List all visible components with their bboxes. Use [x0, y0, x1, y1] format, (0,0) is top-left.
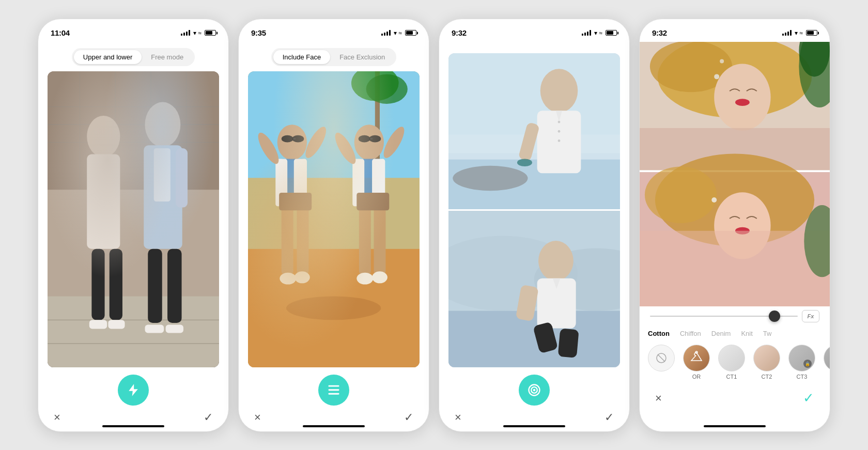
filter-item-ct2[interactable]: CT2	[753, 345, 780, 380]
wifi-icon: ▾ ≈	[795, 29, 803, 37]
battery-icon	[205, 30, 216, 36]
phone3-photo	[448, 53, 619, 367]
svg-rect-39	[294, 159, 307, 206]
svg-point-94	[714, 74, 719, 79]
svg-point-67	[453, 165, 528, 190]
phone4-check-btn[interactable]: ✓	[803, 390, 814, 406]
signal-icon	[782, 30, 792, 36]
face-exclusion-btn[interactable]: Face Exclusion	[330, 50, 394, 64]
svg-rect-27	[248, 71, 419, 178]
svg-rect-15	[110, 249, 122, 320]
svg-rect-62	[329, 389, 339, 391]
phone4-bottom-nav: × ✓	[640, 387, 830, 412]
phone-3: 9:32 ▾ ≈	[439, 19, 630, 432]
filter-item-ct3[interactable]: 🔒 CT3	[788, 345, 815, 380]
svg-point-32	[286, 296, 381, 320]
svg-point-34	[282, 135, 293, 142]
svg-rect-0	[48, 71, 219, 367]
svg-rect-63	[329, 393, 339, 394]
include-face-btn[interactable]: Include Face	[273, 50, 330, 64]
filter-tab-cotton[interactable]: Cotton	[648, 330, 670, 337]
svg-point-41	[302, 124, 330, 161]
battery-icon	[405, 30, 416, 36]
svg-rect-51	[358, 159, 384, 194]
filter-circle-or	[683, 345, 710, 371]
phone1-check-btn[interactable]: ✓	[204, 411, 213, 424]
svg-point-40	[255, 130, 283, 166]
svg-point-47	[354, 125, 384, 160]
photo3-top-svg	[448, 53, 619, 210]
filter-item-ct4[interactable]: 🔒 CT4	[824, 345, 830, 380]
phone3-content: × ✓	[439, 42, 629, 431]
phone3-action-btn[interactable]	[519, 375, 550, 406]
phone2-check-btn[interactable]: ✓	[404, 411, 413, 424]
phone4-slider-area: Fx	[640, 306, 830, 326]
phone2-close-btn[interactable]: ×	[254, 411, 261, 424]
signal-icon	[181, 30, 190, 36]
phone2-action-btn[interactable]	[318, 375, 349, 406]
svg-point-54	[332, 130, 360, 166]
phone-1: 11:04 ▾ ≈ Upper and lower Free mode	[38, 19, 229, 432]
no-filter-icon	[655, 352, 668, 364]
svg-rect-38	[276, 159, 288, 206]
svg-rect-79	[448, 311, 619, 367]
svg-point-49	[369, 135, 381, 142]
filter-label-ct2: CT2	[762, 374, 772, 380]
filter-circle-ct1	[718, 345, 745, 371]
phone1-photo	[48, 71, 219, 367]
slider-thumb[interactable]	[769, 311, 780, 322]
filter-circle-ct2	[753, 345, 780, 371]
phone1-action-btn[interactable]	[118, 375, 149, 406]
signal-icon	[381, 30, 391, 36]
svg-point-60	[372, 271, 388, 283]
svg-point-88	[533, 389, 536, 391]
lightning-icon	[126, 383, 141, 397]
fx-button[interactable]: Fx	[802, 310, 819, 322]
svg-rect-25	[176, 148, 188, 207]
phone2-time: 9:35	[251, 28, 266, 37]
filter-tabs: Cotton Chiffon Denim Knit Tw	[640, 326, 830, 340]
svg-point-12	[87, 115, 120, 157]
filter-tab-tw[interactable]: Tw	[763, 330, 772, 337]
svg-point-48	[359, 135, 370, 142]
filter-item-ct1[interactable]: CT1	[718, 345, 745, 380]
svg-rect-53	[372, 159, 385, 206]
slider-track[interactable]	[650, 316, 798, 317]
svg-rect-57	[374, 204, 386, 275]
upper-lower-btn[interactable]: Upper and lower	[74, 50, 142, 64]
svg-point-30	[366, 74, 408, 103]
phone2-content: Include Face Face Exclusion	[239, 42, 429, 431]
battery-icon	[806, 30, 817, 36]
svg-point-55	[380, 124, 408, 161]
phone4-time: 9:32	[652, 28, 667, 37]
hanger-icon	[689, 350, 704, 366]
filter-circle-ct4: 🔒	[824, 345, 830, 371]
phone2-notch: 9:35 ▾ ≈	[239, 19, 429, 42]
phone4-home-indicator	[704, 425, 766, 427]
phone3-bottom-nav: × ✓	[439, 411, 629, 431]
svg-rect-58	[357, 192, 390, 210]
svg-rect-22	[154, 148, 171, 201]
svg-point-72	[517, 159, 532, 166]
phone3-close-btn[interactable]: ×	[455, 411, 461, 424]
svg-rect-9	[48, 296, 219, 367]
svg-rect-107	[640, 230, 830, 306]
free-mode-btn[interactable]: Free mode	[142, 50, 193, 64]
svg-line-110	[658, 354, 665, 362]
photo2-svg	[248, 71, 419, 367]
filter-item-or[interactable]: OR	[683, 345, 710, 380]
photo3-bottom-svg	[448, 211, 619, 367]
phone4-close-btn[interactable]: ×	[655, 392, 662, 405]
filter-tab-denim[interactable]: Denim	[711, 330, 731, 337]
svg-point-80	[538, 241, 574, 281]
filter-item-none[interactable]	[648, 345, 675, 374]
filter-tab-knit[interactable]: Knit	[741, 330, 752, 337]
phone3-check-btn[interactable]: ✓	[605, 411, 614, 424]
bars-icon	[327, 383, 341, 397]
filter-tab-chiffon[interactable]: Chiffon	[680, 330, 701, 337]
signal-icon	[582, 30, 591, 36]
svg-rect-16	[89, 320, 107, 329]
svg-rect-52	[353, 159, 365, 206]
phone1-close-btn[interactable]: ×	[54, 411, 60, 424]
filter-circle-none	[648, 345, 675, 371]
